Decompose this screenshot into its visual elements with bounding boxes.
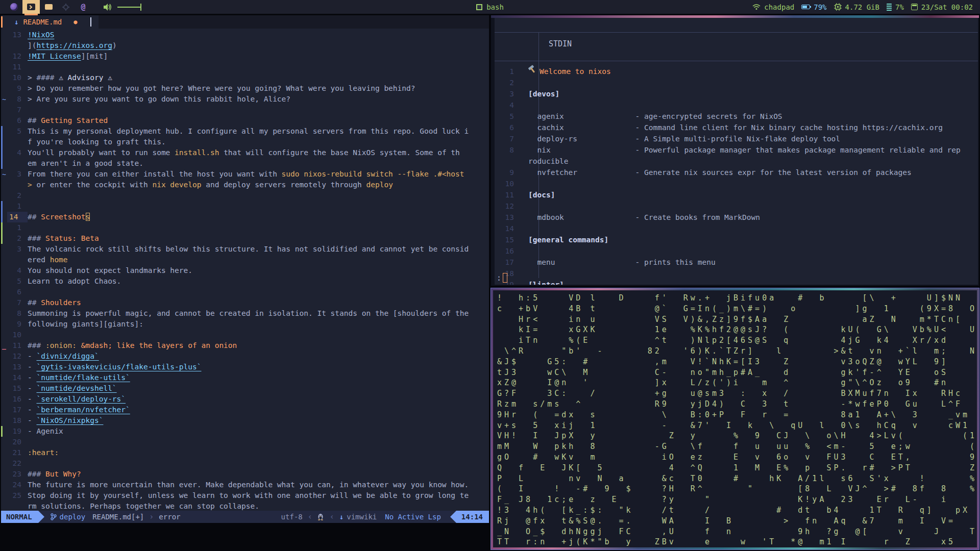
battery-icon — [801, 5, 810, 9]
workspace-firefox[interactable] — [5, 0, 22, 14]
editor-line: 1 — [1, 222, 489, 233]
link[interactable]: `gytis-ivaskevicius/flake-utils-plus` — [36, 363, 201, 371]
matrix-row: !3 4h( [k_:$: "k /t / # dt b4 1T R q] pX… — [497, 505, 973, 516]
topbar: @ bash chadpad 79% — [0, 0, 980, 14]
matrix-row: mM W pkh 8 -G \f f u uu % <m- 5 e;w (9 — [497, 441, 973, 452]
battery-status[interactable]: 79% — [801, 3, 826, 11]
matrix-row: VH! I JpX y Z y % 9 CJ \ o\H 4>Lv( (1 — [497, 431, 973, 441]
branch-name: deploy — [60, 513, 86, 521]
cpu-label: 7% — [895, 3, 904, 11]
link[interactable]: https://nixos.org — [36, 41, 112, 49]
matrix-row: iTn %(E ^t )Nlp2[46S@S q 4jG k4 Xr/xd I — [497, 335, 973, 346]
editor-line: 3The volcanic rock still shifts below th… — [1, 244, 489, 255]
powerline-arrow-left — [450, 511, 456, 523]
matrix-row: Hr< in u VS V)&,Zz]9f$Aa Z aZ N m*TCn[ C — [497, 314, 973, 325]
matrix-row: P L nv N a &c T0 # hK A/1l s6 S'x ! %( — [497, 473, 973, 484]
statusline-clock: 14:14 — [456, 511, 489, 523]
matrix-row: &J$ G5: # ,m V!`NhK=[I3 Z v3oQZ@ wYL 9] … — [497, 357, 973, 367]
workspaces: @ — [5, 0, 92, 14]
link[interactable]: !MIT License — [28, 52, 81, 60]
pager-line: 2 — [495, 77, 978, 88]
link[interactable]: `numtide/devshell` — [36, 384, 116, 392]
matrix-row: c +bV 4B t @` G=In(_)m\#=) o ]g 1 (9X=8 … — [497, 304, 973, 314]
active-window-title: bash — [486, 3, 504, 11]
editor-line: 8Summoning is powerful magic, and cannot… — [1, 308, 489, 319]
separator-right: › — [149, 512, 154, 521]
editor-line: _11### :onion: &mdash; like the layers o… — [1, 340, 489, 351]
diagnostic-error: error — [159, 513, 180, 521]
clock-status[interactable]: 23/Sat 00:02 — [911, 3, 973, 11]
link[interactable]: `serokell/deploy-rs` — [36, 395, 126, 403]
editor-line: 23### But Why? — [1, 469, 489, 480]
matrix-row: ! h:5 VD l D f' Rw.+ jBifu0a # b [\ + U]… — [497, 293, 973, 304]
pager-line: 11[docs] — [495, 189, 978, 201]
statusline: NORMAL deploy README.md[+] › error utf-8… — [1, 511, 489, 523]
pager-lines: 1Welcome to nixos23[devos]45 agenix - ag… — [495, 66, 978, 285]
pager-window: STDIN 1Welcome to nixos23[devos]45 ageni… — [491, 15, 979, 286]
editor-line: > or enter the cockpit with nix develop … — [1, 180, 489, 190]
pager-line: 1Welcome to nixos — [495, 66, 978, 77]
matrix-row: F_ J8 1c;e z E ?y " K!yA 23 Er L- i OH — [497, 494, 973, 505]
pager-prompt[interactable]: : — [497, 273, 507, 283]
editor-line: ](https://nixos.org) — [1, 40, 489, 51]
editor-line: 2### Status: Beta — [1, 233, 489, 244]
workspace-terminal-active[interactable] — [22, 0, 40, 14]
pager-line: 6 cachix - Command line client for Nix b… — [495, 122, 978, 133]
editor-tabbar: ↓ README.md ● — [1, 15, 489, 29]
editor-line: 6## Getting Started — [1, 115, 489, 126]
cpu-status[interactable]: 7% — [887, 3, 904, 11]
lsp-status: No Active Lsp — [385, 513, 441, 521]
pager-content: STDIN 1Welcome to nixos23[devos]45 ageni… — [495, 18, 978, 285]
link[interactable]: `divnix/digga` — [36, 352, 99, 360]
pager-line: 5 agenix - age-encrypted secrets for Nix… — [495, 111, 978, 122]
gear-icon — [62, 4, 69, 11]
editor-line: ~8> Are you sure you want to go down thi… — [1, 94, 489, 105]
workspace-settings[interactable] — [57, 0, 75, 14]
mode-indicator: NORMAL — [1, 511, 38, 523]
at-icon: @ — [81, 3, 85, 12]
tab-readme[interactable]: ↓ README.md ● — [1, 15, 99, 29]
memory-status[interactable]: 4.72 GiB — [834, 3, 879, 11]
editor-line: 25Stop doing it by yourself, unless we l… — [1, 490, 489, 501]
volume-slider[interactable] — [117, 7, 141, 8]
pager-line: 3[devos] — [495, 88, 978, 99]
workspace-chat[interactable] — [40, 0, 57, 14]
link[interactable]: !NixOS — [28, 31, 54, 39]
branch-icon — [51, 513, 57, 520]
editor-line: 4You should not expect landmarks here. — [1, 265, 489, 276]
editor-line: 13- `gytis-ivaskevicius/flake-utils-plus… — [1, 362, 489, 372]
network-status[interactable]: chadpad — [752, 3, 794, 11]
editor-line: 1 — [1, 201, 489, 212]
powerline-arrow — [38, 511, 44, 523]
editor-line: 2 — [1, 190, 489, 201]
editor-line: 7 — [1, 105, 489, 115]
speaker-icon — [103, 3, 112, 11]
editor-lines[interactable]: 13!NixOS](https://nixos.org)12!MIT Licen… — [1, 29, 489, 511]
filetype: vimwiki — [347, 513, 377, 521]
matrix-row: xZ@ I@n ' ]x L/z(')i m ^ g"\^Oz o9 #n T — [497, 378, 973, 388]
linux-icon — [317, 513, 324, 520]
tab-title: README.md — [23, 18, 62, 26]
matrix-row: _N O_$ dhNggj FC ,U f n 9h ?g @[ v J Tn … — [497, 527, 973, 537]
editor-line: 6 — [1, 287, 489, 297]
editor-line: 12!MIT License][mit] — [1, 51, 489, 62]
pager-header: STDIN — [549, 39, 572, 48]
matrix-row: tJ3 wC\ M C- no"mh_p#A_ d gk'f-^ YE oS E — [497, 367, 973, 378]
link[interactable]: `berberman/nvfetcher` — [36, 406, 130, 414]
hammer-icon — [528, 66, 536, 73]
link[interactable]: `NixOS/nixpkgs` — [36, 416, 103, 424]
ram-label: 4.72 GiB — [845, 3, 879, 11]
matrix-row: gO # wKv m iO ez E v 6o v FU3 C ET, 91 — [497, 452, 973, 463]
editor-line: 10> #### ⚠ Advisory ⚠ — [1, 72, 489, 83]
editor-line: 17- `berberman/nvfetcher` — [1, 405, 489, 415]
editor-line: 15- `numtide/devshell` — [1, 383, 489, 394]
pager-line: 16 — [495, 245, 978, 257]
terminal-cursor — [503, 273, 507, 283]
window-icon — [476, 4, 482, 10]
link[interactable]: `numtide/flake-utils` — [36, 373, 130, 382]
separator-left-1: ‹ — [308, 512, 312, 521]
workspace-mail[interactable]: @ — [75, 0, 92, 14]
wifi-icon — [752, 4, 761, 10]
matrix-content[interactable]: ! h:5 VD l D f' Rw.+ jBifu0a # b [\ + U]… — [493, 290, 977, 547]
volume-control[interactable] — [103, 3, 141, 11]
